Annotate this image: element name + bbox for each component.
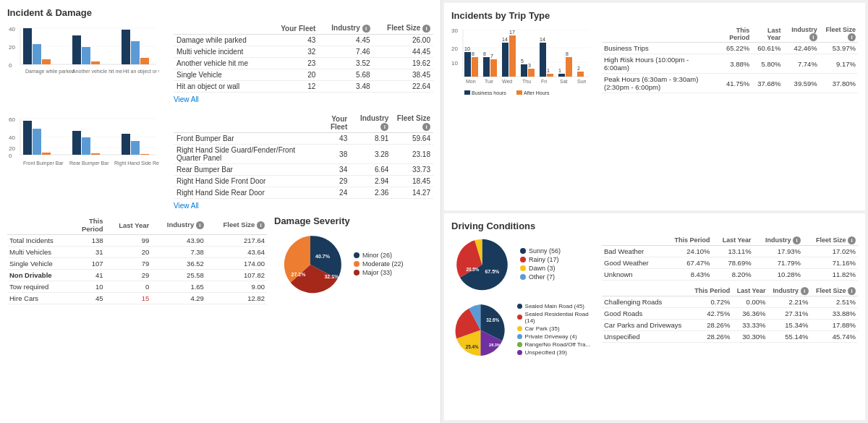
svg-text:8: 8	[483, 51, 486, 56]
svg-text:Another vehicle hit me: Another vehicle hit me	[72, 69, 122, 74]
car-park-item: Car Park (35)	[517, 325, 596, 332]
info-icon-5[interactable]: i	[196, 221, 204, 229]
col-this-period: ThisPeriod	[71, 215, 105, 235]
rt-col-ind: Industry i	[768, 286, 811, 296]
wt-col-fleet: Fleet Size i	[803, 236, 858, 246]
table-row: Single Vehicle1077936.52174.00	[7, 258, 267, 270]
svg-text:Wed: Wed	[502, 79, 512, 84]
svg-rect-38	[140, 154, 149, 155]
info-icon-4[interactable]: i	[422, 123, 430, 131]
svg-text:Sun: Sun	[577, 79, 587, 84]
trips-col-label	[602, 25, 716, 43]
svg-rect-12	[82, 47, 90, 64]
dawn-dot	[520, 265, 526, 271]
sealed-res-label: Sealed Residential Road (14)	[525, 311, 596, 324]
moderate-label: Moderate (22)	[362, 260, 404, 268]
info-icon-3[interactable]: i	[380, 123, 388, 131]
road-pie-svg: 32.6% 28.3% 25.4%	[451, 299, 510, 361]
bottom-bar-chart-svg: 60 40 20 0	[7, 113, 159, 196]
svg-text:After Hours: After Hours	[524, 90, 550, 95]
wt-col-ind: Industry i	[754, 236, 803, 246]
incident-data-table-2: Your Fleet Industry i Fleet Size i Front…	[174, 113, 433, 199]
view-all-2[interactable]: View All	[174, 202, 433, 210]
trips-svg: 30 20 10 10 8 Mon 8	[451, 25, 592, 101]
trips-data-table: This Period Last Year Industry i Fleet S…	[602, 25, 858, 93]
svg-text:60: 60	[9, 116, 15, 123]
other-dot	[520, 274, 526, 280]
col-stat	[7, 215, 71, 235]
damage-pie-svg: 40.7% 32.1% 27.2%	[274, 232, 346, 297]
info-icon-10[interactable]: i	[848, 236, 856, 244]
svg-text:Business hours: Business hours	[472, 90, 506, 95]
left-panel: Incident & Damage 40 20 0	[0, 0, 441, 423]
svg-text:2: 2	[577, 66, 580, 71]
unspecified-item: Unspecified (39)	[517, 349, 596, 356]
col-industry-2: Industry i	[350, 113, 391, 133]
info-icon-9[interactable]: i	[793, 236, 801, 244]
incident-bar-chart: 40 20 0	[7, 22, 166, 107]
info-icon-8[interactable]: i	[848, 33, 856, 41]
svg-text:30: 30	[451, 27, 458, 34]
col-your-fleet-2: Your Fleet	[315, 113, 350, 133]
svg-rect-59	[490, 59, 497, 77]
moderate-dot	[354, 261, 359, 267]
info-icon-12[interactable]: i	[848, 287, 856, 295]
wt-col-last: Last Year	[712, 236, 754, 246]
table-row: Car Parks and Driveways28.26%33.33%15.34…	[602, 319, 858, 330]
car-park-label: Car Park (35)	[525, 325, 560, 332]
table-row: Hire Cars45154.2912.82	[7, 293, 267, 304]
trips-table-area: This Period Last Year Industry i Fleet S…	[602, 25, 858, 103]
svg-rect-10	[42, 59, 51, 64]
rainy-item: Rainy (17)	[520, 256, 561, 263]
table-row: Bad Weather24.10%13.11%17.93%17.02%	[602, 245, 858, 257]
other-item: Other (7)	[520, 273, 561, 281]
svg-rect-64	[509, 35, 516, 77]
info-icon-7[interactable]: i	[809, 33, 817, 41]
rainy-label: Rainy (17)	[529, 256, 559, 263]
rt-col-last: Last Year	[732, 286, 767, 296]
left-title: Incident & Damage	[7, 7, 433, 18]
svg-rect-15	[131, 41, 140, 64]
range-label: Range/No Road/Off Tra...	[525, 341, 591, 348]
sealed-main-dot	[517, 304, 522, 309]
weather-data-table: This Period Last Year Industry i Fleet S…	[602, 236, 858, 281]
svg-text:1: 1	[547, 68, 550, 73]
private-label: Private Driveway (4)	[525, 333, 577, 340]
sunny-item: Sunny (56)	[520, 247, 561, 255]
dawn-item: Dawn (3)	[520, 265, 561, 272]
table-row: Damage while parked434.4526.00	[174, 35, 433, 46]
svg-rect-11	[72, 35, 81, 64]
road-data-table: This Period Last Year Industry i Fleet S…	[602, 286, 858, 343]
svg-text:Sat: Sat	[560, 79, 568, 84]
svg-text:20.5%: 20.5%	[467, 267, 480, 272]
svg-rect-63	[502, 43, 509, 77]
table-row: Business Trips65.22%60.61%42.46%53.97%	[602, 43, 858, 54]
dawn-label: Dawn (3)	[529, 265, 556, 272]
svg-text:Right Hand Side Rear Door: Right Hand Side Rear Door	[114, 161, 159, 166]
svg-rect-68	[521, 64, 527, 77]
unspecified-dot	[517, 350, 522, 355]
svg-rect-69	[528, 69, 535, 77]
table-row: Multi Vehicles31207.3843.64	[7, 247, 267, 258]
minor-dot	[354, 252, 359, 258]
col-your-fleet: Your Fleet	[268, 22, 318, 35]
sealed-res-dot	[517, 315, 522, 320]
svg-text:Tue: Tue	[485, 79, 493, 84]
svg-text:5: 5	[521, 59, 524, 64]
svg-rect-79	[566, 57, 572, 77]
table-row: Non Drivable412925.58107.82	[7, 270, 267, 281]
view-all-1[interactable]: View All	[174, 95, 433, 103]
svg-text:32.6%: 32.6%	[486, 317, 499, 322]
stats-table: ThisPeriod Last Year Industry i Fleet Si…	[7, 215, 267, 304]
svg-rect-83	[577, 72, 584, 77]
info-icon-11[interactable]: i	[801, 287, 809, 295]
svg-text:0: 0	[9, 62, 12, 69]
col-fleet-size-1: Fleet Size i	[373, 22, 433, 35]
damage-severity-title: Damage Severity	[274, 215, 433, 226]
info-icon-1[interactable]: i	[362, 25, 370, 33]
svg-text:40: 40	[9, 26, 15, 33]
col-fleet-size-stat: Fleet Size i	[206, 215, 267, 235]
info-icon-6[interactable]: i	[257, 221, 265, 229]
unspecified-label: Unspecified (39)	[525, 349, 567, 356]
info-icon-2[interactable]: i	[422, 25, 430, 33]
